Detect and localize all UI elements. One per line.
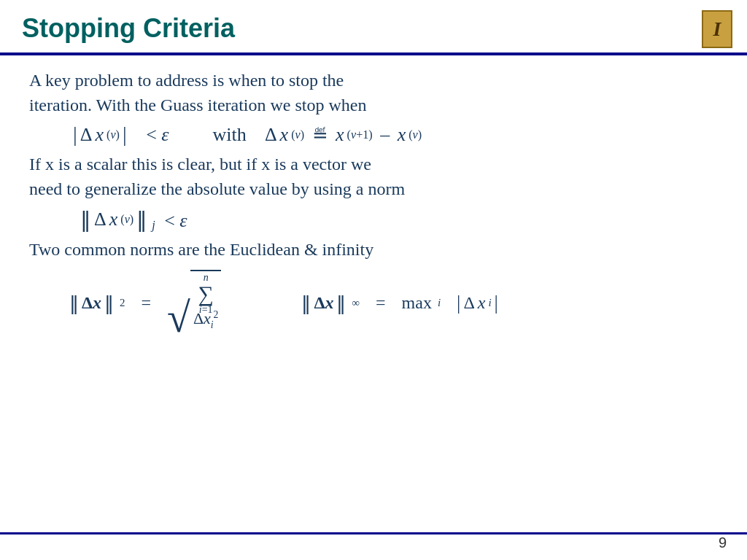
p1-line2: iteration. With the Guass iteration we s… — [29, 96, 367, 114]
math-line-1: Δx(v) < ε with Δx(v) ≝ x(v+1) – x(v) — [73, 123, 718, 147]
page-number: 9 — [719, 534, 727, 551]
title-bar: Stopping Criteria — [0, 0, 747, 52]
norm-less-epsilon: < ε — [160, 210, 187, 232]
delta-x-norm-2: Δx — [69, 292, 114, 315]
formula-row: Δx 2 = √ n ∑ i=1 Δxi2 — [69, 270, 718, 337]
sqrt-content: n ∑ i=1 Δxi2 — [190, 270, 222, 337]
p2-line2: need to generalize the absolute value by… — [29, 179, 405, 198]
paragraph-2: If x is a scalar this is clear, but if x… — [29, 152, 718, 201]
slide: I Stopping Criteria A key problem to add… — [0, 0, 747, 560]
max-operator: max — [402, 293, 432, 313]
delta-x-def: Δx(v) ≝ x(v+1) – x(v) — [261, 124, 422, 147]
delta-x-norm-inf: Δx — [301, 292, 346, 315]
p1-line1: A key problem to address is when to stop… — [29, 71, 344, 90]
infinity-norm-formula: Δx ∞ = maxi Δxi — [301, 292, 498, 315]
paragraph-3: Two common norms are the Euclidean & inf… — [29, 238, 718, 262]
sum-symbol: ∑ — [198, 283, 213, 305]
bottom-rule — [0, 532, 747, 534]
p2-line1: If x is a scalar this is clear, but if x… — [29, 155, 371, 174]
norm-delta-x: Δx(v) — [80, 207, 147, 232]
equals-sign-1: = — [141, 293, 151, 313]
sqrt-radical: √ — [167, 299, 190, 337]
euclidean-norm-formula: Δx 2 = √ n ∑ i=1 Δxi2 — [69, 270, 221, 337]
slide-title: Stopping Criteria — [22, 13, 235, 43]
math-line-2: Δx(v) j < ε — [80, 207, 718, 232]
logo-symbol: I — [713, 18, 721, 41]
norm-subscript-j: j — [152, 219, 155, 232]
less-than-epsilon: < ε — [142, 124, 169, 146]
max-subscript-i: i — [438, 297, 441, 309]
logo: I — [702, 10, 732, 48]
subscript-2: 2 — [120, 297, 125, 309]
content-area: A key problem to address is when to stop… — [0, 55, 747, 344]
paragraph-1: A key problem to address is when to stop… — [29, 69, 718, 117]
p3-text: Two common norms are the Euclidean & inf… — [29, 240, 374, 259]
equals-sign-2: = — [376, 293, 386, 313]
subscript-inf: ∞ — [352, 297, 360, 309]
with-label: with — [213, 124, 247, 146]
sqrt-symbol-container: √ n ∑ i=1 Δxi2 — [167, 270, 221, 337]
abs-delta-xi: Δxi — [457, 292, 498, 314]
sum-term: Δxi2 — [193, 309, 219, 331]
abs-delta-x: Δx(v) — [73, 123, 127, 147]
